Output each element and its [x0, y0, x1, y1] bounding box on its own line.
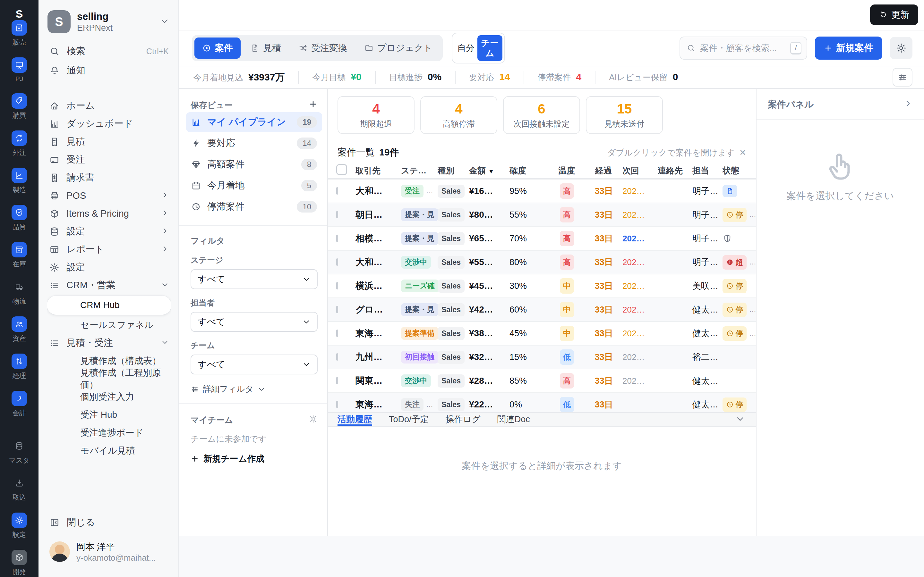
tab-deals[interactable]: 案件	[194, 37, 241, 59]
tab-projects[interactable]: プロジェクト	[357, 37, 440, 59]
table-row[interactable]: 横浜… ニーズ確 Sales ¥45… 30% 中 33日 202… 美咲… 停	[328, 274, 756, 298]
view-my-pipeline[interactable]: マイ パイプライン19	[186, 112, 322, 132]
table-row[interactable]: 関東… 交渉中 Sales ¥28… 85% 高 33日 202… 健太…	[328, 369, 756, 393]
row-checkbox[interactable]	[336, 282, 338, 290]
row-checkbox[interactable]	[336, 211, 338, 218]
rail-item-sales[interactable]: 販売	[11, 20, 27, 47]
sidebar-item-reports[interactable]: レポート	[47, 240, 171, 258]
scope-team[interactable]: チーム	[477, 35, 502, 61]
create-team-button[interactable]: 新規チーム作成	[191, 453, 318, 464]
row-checkbox[interactable]	[336, 377, 338, 384]
table-row[interactable]: 九州… 初回接触 Sales ¥32… 15% 低 33日 202… 裕二…	[328, 346, 756, 369]
sidebar-item-invoices[interactable]: 請求書	[47, 169, 171, 187]
rail-item-quality[interactable]: 品質	[11, 205, 27, 231]
sidebar-item-items-pricing[interactable]: Items & Pricing	[47, 205, 171, 222]
add-view-button[interactable]	[309, 100, 318, 111]
sidebar-item-orders[interactable]: 受注	[47, 151, 171, 169]
row-checkbox[interactable]	[336, 235, 338, 242]
col-status[interactable]: 状態	[722, 165, 753, 176]
row-checkbox[interactable]	[336, 187, 338, 195]
rail-item-logistics[interactable]: 物流	[11, 279, 27, 306]
sidebar-section-crm[interactable]: CRM・営業	[47, 276, 171, 294]
sidebar-item-dashboard[interactable]: ダッシュボード	[47, 115, 171, 133]
sidebar-collapse[interactable]: 閉じる	[47, 513, 171, 532]
card-high-value-stalled[interactable]: 4高額停滞	[420, 96, 497, 134]
sidebar-item-mobile-quote[interactable]: モバイル見積	[47, 442, 171, 460]
card-overdue[interactable]: 4期限超過	[338, 96, 415, 134]
app-logo[interactable]: S	[16, 8, 23, 20]
sidebar-item-quotes[interactable]: 見積	[47, 133, 171, 151]
rail-item-purchasing[interactable]: 購買	[11, 93, 27, 120]
rail-item-import[interactable]: 取込	[11, 475, 27, 502]
col-next[interactable]: 次回	[622, 165, 658, 176]
deal-search-input[interactable]	[700, 43, 786, 53]
sidebar-section-quote-order[interactable]: 見積・受注	[47, 334, 171, 352]
col-temperature[interactable]: 温度	[549, 165, 588, 176]
rail-item-inventory[interactable]: 在庫	[11, 242, 27, 269]
col-contact[interactable]: 連絡先	[658, 165, 692, 176]
dismiss-hint-button[interactable]: ✕	[739, 148, 746, 158]
col-probability[interactable]: 確度	[509, 165, 549, 176]
expand-panel-button[interactable]	[903, 99, 913, 110]
rail-item-outsourcing[interactable]: 外注	[11, 131, 27, 157]
row-checkbox[interactable]	[336, 306, 338, 313]
tab-order-conversion[interactable]: 受注変換	[291, 37, 355, 59]
filter-stage-select[interactable]: すべて	[191, 269, 318, 289]
card-no-next-contact[interactable]: 6次回接触未設定	[503, 96, 580, 134]
sidebar-item-order-progress-board[interactable]: 受注進捗ボード	[47, 424, 171, 442]
filter-owner-select[interactable]: すべて	[191, 312, 318, 332]
tab-operation-log[interactable]: 操作ログ	[446, 413, 481, 426]
col-client[interactable]: 取引先	[355, 165, 401, 176]
rail-item-master[interactable]: マスタ	[9, 438, 29, 465]
rail-item-finance[interactable]: 会計	[11, 391, 27, 417]
row-checkbox[interactable]	[336, 258, 338, 266]
table-row[interactable]: 大和… 交渉中 Sales ¥55… 80% 高 33日 202… 明子… 超…	[328, 251, 756, 274]
user-menu[interactable]: 岡本 洋平 y-okamoto@maihat...	[47, 532, 171, 563]
rail-item-dev[interactable]: 開発	[11, 550, 27, 576]
view-action-required[interactable]: 要対応14	[186, 133, 322, 153]
table-row[interactable]: 相模… 提案・見 Sales ¥65… 70% 高 33日 202… 明子…	[328, 227, 756, 251]
table-row[interactable]: 朝日… 提案・見 Sales ¥80… 55% 高 33日 202… 明子… 停…	[328, 203, 756, 227]
view-stalled[interactable]: 停滞案件10	[186, 197, 322, 217]
sidebar-item-pos[interactable]: POS	[47, 187, 171, 205]
sidebar-item-settings[interactable]: 設定	[47, 258, 171, 276]
tab-todo[interactable]: ToDo/予定	[389, 413, 429, 426]
row-checkbox[interactable]	[336, 401, 338, 408]
advanced-filter-toggle[interactable]: 詳細フィルタ	[191, 384, 318, 395]
row-checkbox[interactable]	[336, 330, 338, 337]
sidebar-item-home[interactable]: ホーム	[47, 97, 171, 115]
table-row[interactable]: 大和… 受注… Sales ¥16… 95% 高 33日 202… 明子…	[328, 179, 756, 203]
scope-self[interactable]: 自分	[454, 35, 477, 61]
workspace-switcher[interactable]: S selling ERPNext	[47, 8, 171, 42]
rail-item-project[interactable]: PJ	[11, 57, 27, 83]
settings-button[interactable]	[890, 37, 913, 59]
table-row[interactable]: 東海… 提案準備 Sales ¥38… 45% 中 33日 202… 健太… 停…	[328, 322, 756, 346]
card-quote-not-sent[interactable]: 15見積未送付	[586, 96, 663, 134]
table-row[interactable]: グロ… 提案・見 Sales ¥42… 60% 中 33日 202… 健太… 停…	[328, 298, 756, 322]
col-amount[interactable]: 金額▼	[469, 165, 509, 176]
tab-quotes[interactable]: 見積	[242, 37, 289, 59]
sidebar-item-order-hub[interactable]: 受注 Hub	[47, 406, 171, 424]
collapse-detail-button[interactable]	[735, 414, 756, 425]
col-type[interactable]: 種別	[438, 165, 469, 176]
view-month-landing[interactable]: 今月着地5	[186, 176, 322, 195]
rail-item-manufacturing[interactable]: 製造	[11, 168, 27, 194]
col-stage[interactable]: ステ…	[401, 165, 438, 176]
refresh-button[interactable]: 更新	[870, 5, 918, 25]
sidebar-item-crm-hub[interactable]: CRM Hub	[47, 295, 171, 315]
filter-team-select[interactable]: すべて	[191, 355, 318, 374]
table-row[interactable]: 東海… 失注… Sales ¥22… 0% 低 33日 健太… 停	[328, 393, 756, 412]
col-owner[interactable]: 担当	[692, 165, 722, 176]
tab-activity-history[interactable]: 活動履歴	[338, 413, 372, 426]
tab-related-doc[interactable]: 関連Doc	[497, 413, 530, 426]
col-elapsed[interactable]: 経過	[588, 165, 622, 176]
sidebar-item-sales-funnel[interactable]: セールスファネル	[47, 316, 171, 334]
sidebar-item-quote-process-cost[interactable]: 見積作成（工程別原価）	[47, 370, 171, 388]
sidebar-search[interactable]: 検索 Ctrl+K	[47, 42, 171, 61]
team-settings-button[interactable]	[309, 414, 318, 426]
sidebar-notifications[interactable]: 通知	[47, 61, 171, 80]
new-deal-button[interactable]: 新規案件	[815, 37, 882, 60]
rail-item-accounting-ops[interactable]: 経理	[11, 354, 27, 380]
rail-item-settings[interactable]: 設定	[11, 513, 27, 539]
row-checkbox[interactable]	[336, 353, 338, 361]
